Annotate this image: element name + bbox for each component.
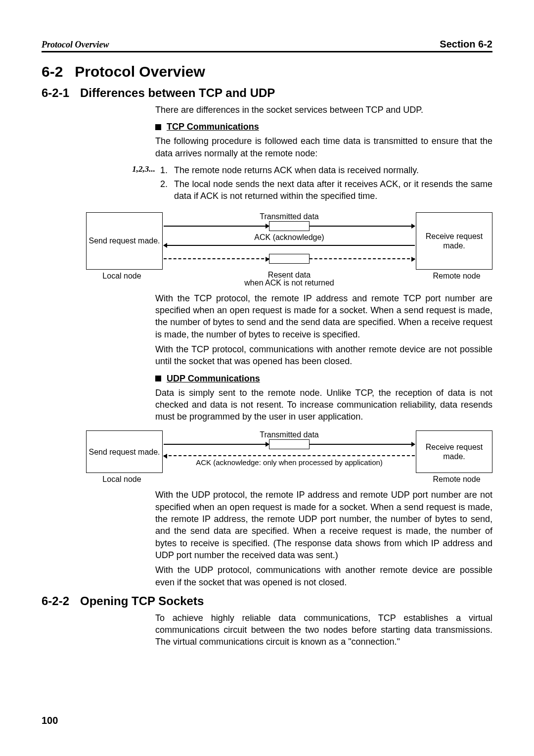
diagram-label-transmitted: Transmitted data bbox=[163, 212, 416, 221]
data-packet-icon bbox=[269, 439, 310, 449]
step-item: 2. The local node sends the next data af… bbox=[160, 178, 492, 202]
udp-paragraph-1: With the UDP protocol, the remote IP add… bbox=[155, 489, 492, 561]
running-head-right: Section 6-2 bbox=[440, 39, 492, 50]
step-number: 2. bbox=[160, 178, 174, 202]
square-bullet-icon bbox=[155, 124, 161, 130]
tcp-paragraph-1: With the TCP protocol, the remote IP add… bbox=[155, 292, 492, 340]
udp-intro-paragraph: Data is simply sent to the remote node. … bbox=[155, 387, 492, 423]
step-text: The local node sends the next data after… bbox=[174, 178, 492, 202]
udp-subheading-text: UDP Communications bbox=[167, 374, 260, 383]
heading-number: 6-2-1 bbox=[42, 86, 69, 100]
step-item: 1. The remote node returns ACK when data… bbox=[160, 164, 492, 176]
remote-node-caption: Remote node bbox=[421, 272, 492, 287]
tcp-subheading-text: TCP Communications bbox=[167, 122, 259, 132]
heading-6-2-1: 6-2-1 Differences between TCP and UDP bbox=[42, 86, 492, 100]
step-number: 1. bbox=[160, 164, 174, 176]
remote-node-box: Receive request made. bbox=[416, 212, 492, 270]
remote-node-box: Receive request made. bbox=[416, 430, 492, 473]
page-number: 100 bbox=[42, 715, 58, 726]
opening-tcp-paragraph: To achieve highly reliable data communic… bbox=[155, 612, 492, 648]
tcp-intro-paragraph: The following procedure is followed each… bbox=[155, 135, 492, 159]
local-node-caption: Local node bbox=[86, 272, 158, 287]
udp-paragraph-2: With the UDP protocol, communications wi… bbox=[155, 564, 492, 588]
diagram-label-transmitted: Transmitted data bbox=[163, 430, 416, 439]
local-node-box: Send request made. bbox=[86, 430, 163, 473]
steps-label: 1,2,3... bbox=[112, 164, 160, 204]
tcp-paragraph-2: With the TCP protocol, communications wi… bbox=[155, 343, 492, 368]
diagram-label-ack: ACK (acknowledge: only when processed by… bbox=[163, 458, 416, 467]
remote-node-caption: Remote node bbox=[421, 475, 492, 484]
heading-title: Opening TCP Sockets bbox=[80, 594, 204, 608]
diagram-label-resent-b: when ACK is not returned bbox=[158, 279, 421, 287]
heading-6-2: 6-2 Protocol Overview bbox=[42, 63, 492, 80]
data-packet-icon bbox=[269, 221, 310, 231]
tcp-diagram: Send request made. Transmitted data ACK … bbox=[86, 212, 492, 287]
diagram-label-ack: ACK (acknowledge) bbox=[163, 233, 416, 242]
intro-paragraph: There are differences in the socket serv… bbox=[155, 104, 492, 116]
tcp-subheading: TCP Communications bbox=[155, 122, 492, 132]
heading-title: Protocol Overview bbox=[75, 63, 205, 80]
local-node-caption: Local node bbox=[86, 475, 158, 484]
heading-number: 6-2 bbox=[42, 63, 63, 80]
running-head-left: Protocol Overview bbox=[42, 40, 109, 50]
udp-subheading: UDP Communications bbox=[155, 374, 492, 384]
step-text: The remote node returns ACK when data is… bbox=[174, 164, 492, 176]
udp-diagram: Send request made. Transmitted data ACK … bbox=[86, 430, 492, 484]
heading-6-2-2: 6-2-2 Opening TCP Sockets bbox=[42, 594, 492, 608]
data-packet-icon bbox=[269, 254, 310, 264]
running-header: Protocol Overview Section 6-2 bbox=[42, 39, 492, 52]
heading-title: Differences between TCP and UDP bbox=[80, 86, 275, 100]
square-bullet-icon bbox=[155, 376, 161, 381]
local-node-box: Send request made. bbox=[86, 212, 163, 270]
heading-number: 6-2-2 bbox=[42, 594, 69, 608]
